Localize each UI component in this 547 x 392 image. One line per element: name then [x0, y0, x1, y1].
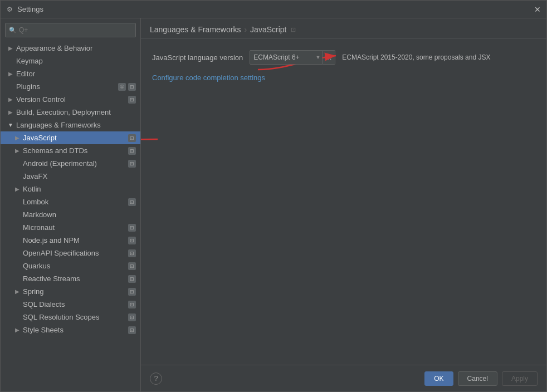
content-area: 🔍 ▶ Appearance & Behavior Keymap ▶ Edito…	[1, 18, 546, 391]
sidebar-item-label: Markdown	[23, 210, 136, 219]
main-body: JavaScript language version ECMAScript 6…	[141, 39, 546, 365]
chevron-right-icon: ▶	[14, 148, 21, 154]
main-header: Languages & Frameworks › JavaScript ⊡	[141, 18, 546, 39]
sidebar-item-label: Languages & Frameworks	[16, 121, 136, 129]
breadcrumb-parent: Languages & Frameworks	[150, 25, 241, 34]
android-badge: ⊡	[128, 160, 136, 168]
sidebar-item-label: SQL Dialects	[23, 300, 126, 308]
breadcrumb-current: JavaScript	[250, 25, 286, 34]
nodejs-badge: ⊡	[128, 237, 136, 244]
chevron-right-icon: ▶	[14, 135, 21, 141]
footer-buttons: OK Cancel Apply	[424, 371, 538, 386]
sidebar-item-quarkus[interactable]: Quarkus ⊡	[1, 259, 140, 272]
titlebar: ⚙ Settings ✕	[1, 1, 546, 18]
sidebar-item-sql-resolution[interactable]: SQL Resolution Scopes ⊡	[1, 311, 140, 324]
sidebar-item-plugins[interactable]: Plugins ① ⊡	[1, 80, 140, 93]
sidebar-item-lombok[interactable]: Lombok ⊡	[1, 195, 140, 208]
configure-row: Configure code completion settings	[152, 74, 535, 82]
sidebar-item-version-control[interactable]: ▶ Version Control ⊡	[1, 93, 140, 106]
sidebar-item-label: Reactive Streams	[23, 275, 126, 283]
sidebar-list: ▶ Appearance & Behavior Keymap ▶ Editor …	[1, 42, 140, 391]
sql-resolution-badge: ⊡	[128, 313, 136, 321]
sidebar-item-android[interactable]: Android (Experimental) ⊡	[1, 157, 140, 170]
lombok-badge: ⊡	[128, 198, 136, 206]
reactive-badge: ⊡	[128, 275, 136, 283]
sidebar-item-label: Lombok	[23, 198, 126, 206]
breadcrumb: Languages & Frameworks › JavaScript ⊡	[150, 25, 296, 34]
sidebar-item-micronaut[interactable]: Micronaut ⊡	[1, 221, 140, 234]
cancel-button[interactable]: Cancel	[458, 371, 497, 386]
search-input[interactable]	[19, 26, 132, 34]
sidebar-item-markdown[interactable]: Markdown	[1, 208, 140, 221]
sidebar-item-reactive[interactable]: Reactive Streams ⊡	[1, 272, 140, 285]
footer: ? OK Cancel Apply	[141, 365, 546, 391]
chevron-right-icon: ▶	[14, 288, 21, 295]
sidebar-item-kotlin[interactable]: ▶ Kotlin	[1, 183, 140, 195]
sidebar-item-label: Quarkus	[23, 262, 126, 270]
sidebar-item-label: JavaFX	[23, 172, 136, 180]
breadcrumb-icon: ⊡	[291, 26, 296, 33]
settings-window: ⚙ Settings ✕ 🔍 ▶ Appearance & Behavior K…	[0, 0, 547, 392]
vcs-badge: ⊡	[128, 96, 136, 104]
window-title: Settings	[17, 5, 533, 13]
sidebar: 🔍 ▶ Appearance & Behavior Keymap ▶ Edito…	[1, 18, 141, 391]
language-version-select[interactable]: ECMAScript 6+ ECMAScript 5.1 ECMAScript …	[250, 50, 323, 65]
sidebar-item-label: SQL Resolution Scopes	[23, 313, 126, 321]
configure-link[interactable]: Configure code completion settings	[152, 74, 265, 82]
app-icon: ⚙	[5, 5, 14, 14]
sidebar-item-label: Kotlin	[23, 185, 136, 193]
sidebar-item-openapi[interactable]: OpenAPI Specifications ⊡	[1, 247, 140, 259]
sidebar-item-build[interactable]: ▶ Build, Execution, Deployment	[1, 106, 140, 119]
sidebar-item-label: JavaScript	[23, 134, 126, 142]
sidebar-item-label: Schemas and DTDs	[23, 146, 126, 155]
spring-badge: ⊡	[128, 288, 136, 296]
search-box[interactable]: 🔍	[5, 23, 136, 37]
chevron-right-icon: ▶	[14, 327, 21, 334]
sidebar-item-nodejs[interactable]: Node.js and NPM ⊡	[1, 234, 140, 247]
select-wrapper: ECMAScript 6+ ECMAScript 5.1 ECMAScript …	[250, 50, 335, 65]
sidebar-item-sql-dialects[interactable]: SQL Dialects ⊡	[1, 298, 140, 311]
sidebar-item-label: Keymap	[16, 57, 136, 65]
chevron-right-icon: ▶	[7, 71, 14, 77]
sidebar-item-label: Version Control	[16, 95, 126, 104]
sidebar-item-label: Appearance & Behavior	[16, 44, 136, 52]
close-button[interactable]: ✕	[533, 5, 542, 14]
chevron-right-icon: ▶	[14, 186, 21, 193]
js-badge: ⊡	[128, 134, 136, 142]
stylesheets-badge: ⊡	[128, 326, 136, 334]
sidebar-item-label: Plugins	[16, 82, 116, 91]
sql-dialects-badge: ⊡	[128, 301, 136, 308]
sidebar-item-label: Micronaut	[23, 223, 126, 232]
sidebar-item-label: Spring	[23, 287, 126, 296]
help-button[interactable]: ?	[150, 373, 162, 385]
chevron-right-icon: ▶	[7, 109, 14, 116]
apply-button[interactable]: Apply	[502, 371, 538, 386]
openapi-badge: ⊡	[128, 249, 136, 257]
sidebar-item-javafx[interactable]: JavaFX	[1, 170, 140, 183]
more-options-button[interactable]: ...	[323, 50, 335, 65]
breadcrumb-separator: ›	[244, 25, 247, 34]
micronaut-badge: ⊡	[128, 224, 136, 232]
quarkus-badge: ⊡	[128, 262, 136, 270]
sidebar-item-stylesheets[interactable]: ▶ Style Sheets ⊡	[1, 324, 140, 336]
ok-button[interactable]: OK	[424, 371, 453, 386]
setting-label: JavaScript language version	[152, 53, 243, 62]
sidebar-item-label: Node.js and NPM	[23, 236, 126, 244]
plugin-badge2: ⊡	[128, 83, 136, 91]
sidebar-item-keymap[interactable]: Keymap	[1, 55, 140, 67]
setting-hint: ECMAScript 2015-2020, some proposals and…	[342, 53, 490, 61]
sidebar-item-label: Style Sheets	[23, 326, 126, 334]
plugin-badge: ①	[118, 83, 126, 91]
schemas-badge: ⊡	[128, 147, 136, 155]
sidebar-item-editor[interactable]: ▶ Editor	[1, 67, 140, 80]
sidebar-item-javascript[interactable]: ▶ JavaScript ⊡	[1, 131, 140, 144]
chevron-right-icon: ▶	[7, 45, 14, 52]
sidebar-item-spring[interactable]: ▶ Spring ⊡	[1, 285, 140, 298]
search-icon: 🔍	[9, 27, 17, 34]
sidebar-item-label: Android (Experimental)	[23, 159, 126, 168]
select-container: ECMAScript 6+ ECMAScript 5.1 ECMAScript …	[250, 50, 323, 65]
sidebar-item-appearance[interactable]: ▶ Appearance & Behavior	[1, 42, 140, 55]
sidebar-item-label: OpenAPI Specifications	[23, 249, 126, 257]
sidebar-item-languages[interactable]: ▼ Languages & Frameworks	[1, 119, 140, 131]
sidebar-item-schemas[interactable]: ▶ Schemas and DTDs ⊡	[1, 144, 140, 157]
